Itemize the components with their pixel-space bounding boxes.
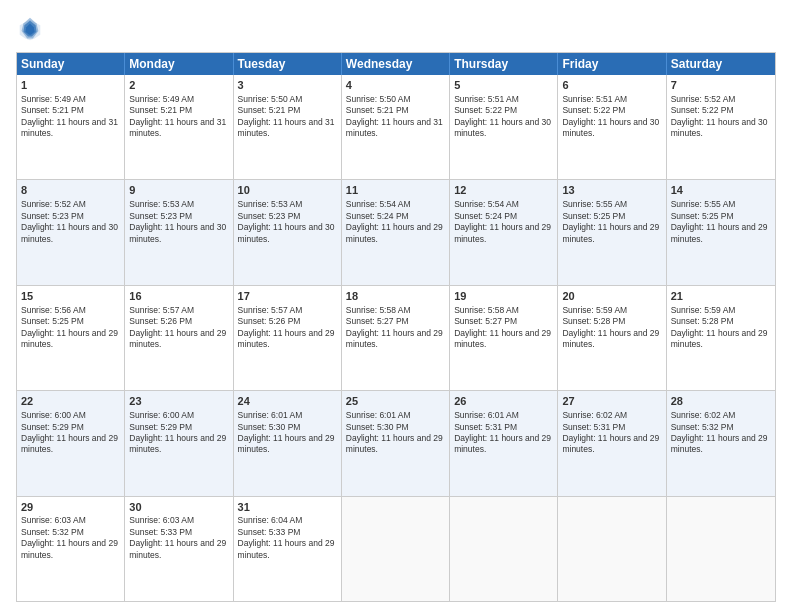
daylight-label: Daylight: 11 hours and 30 minutes. bbox=[671, 117, 768, 138]
daylight-label: Daylight: 11 hours and 30 minutes. bbox=[129, 222, 226, 243]
sunrise-label: Sunrise: 6:02 AM bbox=[562, 410, 627, 420]
sunset-label: Sunset: 5:24 PM bbox=[346, 211, 409, 221]
day-number: 2 bbox=[129, 78, 228, 93]
sunset-label: Sunset: 5:33 PM bbox=[129, 527, 192, 537]
sunrise-label: Sunrise: 6:02 AM bbox=[671, 410, 736, 420]
logo bbox=[16, 16, 48, 44]
sunset-label: Sunset: 5:30 PM bbox=[346, 422, 409, 432]
sunset-label: Sunset: 5:25 PM bbox=[21, 316, 84, 326]
sunset-label: Sunset: 5:29 PM bbox=[21, 422, 84, 432]
calendar-cell: 22Sunrise: 6:00 AMSunset: 5:29 PMDayligh… bbox=[17, 391, 125, 495]
sunset-label: Sunset: 5:24 PM bbox=[454, 211, 517, 221]
day-number: 26 bbox=[454, 394, 553, 409]
sunset-label: Sunset: 5:28 PM bbox=[671, 316, 734, 326]
calendar-cell: 7Sunrise: 5:52 AMSunset: 5:22 PMDaylight… bbox=[667, 75, 775, 179]
sunrise-label: Sunrise: 6:03 AM bbox=[21, 515, 86, 525]
calendar-cell: 4Sunrise: 5:50 AMSunset: 5:21 PMDaylight… bbox=[342, 75, 450, 179]
day-number: 18 bbox=[346, 289, 445, 304]
day-number: 24 bbox=[238, 394, 337, 409]
sunrise-label: Sunrise: 6:01 AM bbox=[454, 410, 519, 420]
day-number: 14 bbox=[671, 183, 771, 198]
daylight-label: Daylight: 11 hours and 29 minutes. bbox=[671, 222, 768, 243]
sunrise-label: Sunrise: 5:49 AM bbox=[129, 94, 194, 104]
calendar-cell: 21Sunrise: 5:59 AMSunset: 5:28 PMDayligh… bbox=[667, 286, 775, 390]
day-number: 27 bbox=[562, 394, 661, 409]
sunset-label: Sunset: 5:26 PM bbox=[129, 316, 192, 326]
sunset-label: Sunset: 5:32 PM bbox=[671, 422, 734, 432]
sunset-label: Sunset: 5:23 PM bbox=[129, 211, 192, 221]
day-number: 17 bbox=[238, 289, 337, 304]
sunrise-label: Sunrise: 6:00 AM bbox=[129, 410, 194, 420]
header-day-monday: Monday bbox=[125, 53, 233, 75]
day-number: 1 bbox=[21, 78, 120, 93]
sunrise-label: Sunrise: 5:50 AM bbox=[238, 94, 303, 104]
sunrise-label: Sunrise: 5:51 AM bbox=[454, 94, 519, 104]
calendar-cell: 27Sunrise: 6:02 AMSunset: 5:31 PMDayligh… bbox=[558, 391, 666, 495]
sunrise-label: Sunrise: 5:54 AM bbox=[346, 199, 411, 209]
day-number: 4 bbox=[346, 78, 445, 93]
daylight-label: Daylight: 11 hours and 29 minutes. bbox=[238, 433, 335, 454]
sunset-label: Sunset: 5:22 PM bbox=[562, 105, 625, 115]
daylight-label: Daylight: 11 hours and 31 minutes. bbox=[21, 117, 118, 138]
daylight-label: Daylight: 11 hours and 29 minutes. bbox=[562, 328, 659, 349]
daylight-label: Daylight: 11 hours and 29 minutes. bbox=[129, 328, 226, 349]
daylight-label: Daylight: 11 hours and 29 minutes. bbox=[562, 433, 659, 454]
daylight-label: Daylight: 11 hours and 29 minutes. bbox=[129, 538, 226, 559]
calendar: SundayMondayTuesdayWednesdayThursdayFrid… bbox=[16, 52, 776, 602]
sunrise-label: Sunrise: 5:53 AM bbox=[129, 199, 194, 209]
sunrise-label: Sunrise: 5:57 AM bbox=[129, 305, 194, 315]
calendar-cell: 20Sunrise: 5:59 AMSunset: 5:28 PMDayligh… bbox=[558, 286, 666, 390]
sunset-label: Sunset: 5:23 PM bbox=[238, 211, 301, 221]
calendar-row-4: 22Sunrise: 6:00 AMSunset: 5:29 PMDayligh… bbox=[17, 390, 775, 495]
calendar-cell: 31Sunrise: 6:04 AMSunset: 5:33 PMDayligh… bbox=[234, 497, 342, 601]
daylight-label: Daylight: 11 hours and 29 minutes. bbox=[671, 328, 768, 349]
sunset-label: Sunset: 5:22 PM bbox=[671, 105, 734, 115]
calendar-cell: 18Sunrise: 5:58 AMSunset: 5:27 PMDayligh… bbox=[342, 286, 450, 390]
day-number: 25 bbox=[346, 394, 445, 409]
header-day-wednesday: Wednesday bbox=[342, 53, 450, 75]
day-number: 29 bbox=[21, 500, 120, 515]
calendar-cell: 6Sunrise: 5:51 AMSunset: 5:22 PMDaylight… bbox=[558, 75, 666, 179]
daylight-label: Daylight: 11 hours and 30 minutes. bbox=[562, 117, 659, 138]
calendar-cell: 17Sunrise: 5:57 AMSunset: 5:26 PMDayligh… bbox=[234, 286, 342, 390]
calendar-cell: 26Sunrise: 6:01 AMSunset: 5:31 PMDayligh… bbox=[450, 391, 558, 495]
sunset-label: Sunset: 5:23 PM bbox=[21, 211, 84, 221]
calendar-cell: 1Sunrise: 5:49 AMSunset: 5:21 PMDaylight… bbox=[17, 75, 125, 179]
daylight-label: Daylight: 11 hours and 30 minutes. bbox=[238, 222, 335, 243]
sunrise-label: Sunrise: 6:04 AM bbox=[238, 515, 303, 525]
calendar-header: SundayMondayTuesdayWednesdayThursdayFrid… bbox=[17, 53, 775, 75]
header-day-friday: Friday bbox=[558, 53, 666, 75]
sunset-label: Sunset: 5:27 PM bbox=[346, 316, 409, 326]
calendar-cell: 28Sunrise: 6:02 AMSunset: 5:32 PMDayligh… bbox=[667, 391, 775, 495]
header-day-saturday: Saturday bbox=[667, 53, 775, 75]
sunset-label: Sunset: 5:27 PM bbox=[454, 316, 517, 326]
daylight-label: Daylight: 11 hours and 29 minutes. bbox=[454, 328, 551, 349]
sunset-label: Sunset: 5:22 PM bbox=[454, 105, 517, 115]
calendar-cell: 25Sunrise: 6:01 AMSunset: 5:30 PMDayligh… bbox=[342, 391, 450, 495]
day-number: 28 bbox=[671, 394, 771, 409]
sunrise-label: Sunrise: 5:59 AM bbox=[671, 305, 736, 315]
day-number: 22 bbox=[21, 394, 120, 409]
header-day-sunday: Sunday bbox=[17, 53, 125, 75]
sunrise-label: Sunrise: 5:51 AM bbox=[562, 94, 627, 104]
day-number: 9 bbox=[129, 183, 228, 198]
day-number: 11 bbox=[346, 183, 445, 198]
calendar-row-5: 29Sunrise: 6:03 AMSunset: 5:32 PMDayligh… bbox=[17, 496, 775, 601]
calendar-cell: 23Sunrise: 6:00 AMSunset: 5:29 PMDayligh… bbox=[125, 391, 233, 495]
calendar-cell: 14Sunrise: 5:55 AMSunset: 5:25 PMDayligh… bbox=[667, 180, 775, 284]
sunrise-label: Sunrise: 5:55 AM bbox=[671, 199, 736, 209]
day-number: 7 bbox=[671, 78, 771, 93]
calendar-cell: 24Sunrise: 6:01 AMSunset: 5:30 PMDayligh… bbox=[234, 391, 342, 495]
day-number: 10 bbox=[238, 183, 337, 198]
calendar-cell: 12Sunrise: 5:54 AMSunset: 5:24 PMDayligh… bbox=[450, 180, 558, 284]
sunrise-label: Sunrise: 5:53 AM bbox=[238, 199, 303, 209]
sunset-label: Sunset: 5:25 PM bbox=[562, 211, 625, 221]
daylight-label: Daylight: 11 hours and 29 minutes. bbox=[238, 328, 335, 349]
sunset-label: Sunset: 5:28 PM bbox=[562, 316, 625, 326]
daylight-label: Daylight: 11 hours and 29 minutes. bbox=[346, 222, 443, 243]
sunrise-label: Sunrise: 6:03 AM bbox=[129, 515, 194, 525]
daylight-label: Daylight: 11 hours and 29 minutes. bbox=[21, 538, 118, 559]
calendar-cell: 19Sunrise: 5:58 AMSunset: 5:27 PMDayligh… bbox=[450, 286, 558, 390]
day-number: 15 bbox=[21, 289, 120, 304]
sunrise-label: Sunrise: 5:50 AM bbox=[346, 94, 411, 104]
